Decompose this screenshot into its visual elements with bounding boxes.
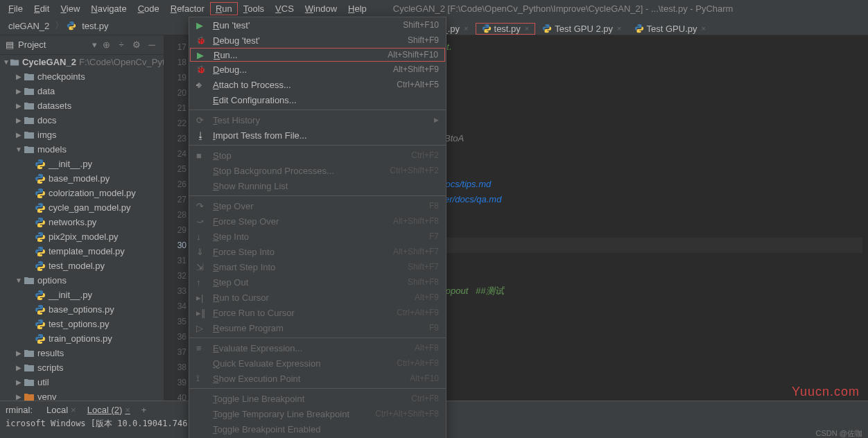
shortcut-label: Ctrl+Alt+F8 (397, 358, 439, 368)
tree-folder[interactable]: ▼options (0, 273, 164, 288)
tree-file[interactable]: base_model.py (0, 171, 164, 186)
menu-navigate[interactable]: Navigate (85, 2, 132, 15)
tree-folder[interactable]: ▶scripts (0, 360, 164, 375)
menu-item-debug[interactable]: 🐞Debug...Alt+Shift+F9 (189, 62, 446, 77)
menu-item-quick-evaluate-expression: Quick Evaluate ExpressionCtrl+Alt+F8 (189, 356, 446, 371)
chevron-right-icon: 〉 (55, 19, 64, 32)
tree-folder[interactable]: ▼models (0, 142, 164, 157)
menu-view[interactable]: View (55, 2, 85, 15)
attach-icon: ⎆ (196, 80, 207, 90)
tree-arrow-icon[interactable]: ▶ (14, 393, 24, 401)
menu-vcs[interactable]: VCS (270, 2, 300, 15)
tree-label: pix2pix_model.py (49, 231, 118, 242)
project-panel-header: ▤ Project ▾ ⊕ ÷ ⚙ ─ (0, 35, 164, 55)
tree-arrow-icon[interactable]: ▶ (14, 364, 24, 371)
tree-folder[interactable]: ▶imgs (0, 128, 164, 142)
target-icon[interactable]: ⊕ (100, 39, 112, 51)
tree-file[interactable]: __init__.py (0, 288, 164, 302)
python-icon (35, 231, 46, 243)
tree-arrow-icon[interactable]: ▶ (14, 102, 24, 110)
python-icon (35, 202, 46, 213)
tree-label: base_model.py (49, 173, 110, 184)
hide-icon[interactable]: ─ (146, 39, 158, 51)
breadcrumb-file[interactable]: test.py (79, 21, 111, 31)
tree-folder[interactable]: ▶data (0, 84, 164, 98)
python-icon (35, 188, 46, 199)
tree-folder[interactable]: ▶venv (0, 389, 164, 401)
terminal-title: rminal: (6, 405, 33, 415)
shortcut-label: Ctrl+F8 (411, 394, 439, 403)
close-icon[interactable]: × (701, 24, 705, 33)
tree-label: checkpoints (37, 71, 85, 82)
tree-label: venv (37, 392, 56, 401)
menu-item-debug-test[interactable]: 🐞Debug 'test'Shift+F9 (189, 33, 446, 48)
menu-item-force-step-into: ⇓Force Step IntoAlt+Shift+F7 (189, 244, 446, 259)
terminal-tab[interactable]: Local (2)× (82, 405, 136, 415)
editor-tab[interactable]: Test GPU 2.py× (537, 24, 627, 34)
menu-refactor[interactable]: Refactor (165, 2, 210, 15)
menu-label: Debug 'test' (213, 35, 408, 46)
collapse-icon[interactable]: ÷ (115, 39, 128, 51)
menu-label: Attach to Process... (213, 80, 397, 90)
project-root[interactable]: ▼ CycleGAN_2 F:\Code\OpenCv_Pytho (0, 55, 164, 69)
add-terminal-button[interactable]: + (141, 405, 147, 415)
folder-icon (24, 86, 35, 97)
tree-file[interactable]: pix2pix_model.py (0, 229, 164, 244)
tree-arrow-icon[interactable]: ▼ (14, 277, 24, 284)
close-icon[interactable]: × (525, 24, 529, 33)
breadcrumb-root[interactable]: cleGAN_2 (6, 21, 52, 31)
python-icon (35, 173, 46, 184)
python-icon (35, 304, 46, 315)
tree-file[interactable]: train_options.py (0, 331, 164, 346)
tree-label: scripts (37, 362, 64, 373)
tree-folder[interactable]: ▶util (0, 375, 164, 389)
tree-file[interactable]: test_model.py (0, 259, 164, 273)
menu-file[interactable]: File (3, 2, 28, 15)
terminal-tab[interactable]: Local× (41, 405, 82, 415)
menu-tools[interactable]: Tools (238, 2, 270, 15)
tree-arrow-icon[interactable]: ▶ (14, 116, 24, 124)
menu-item-attach-to-process[interactable]: ⎆Attach to Process...Ctrl+Alt+F5 (189, 77, 446, 92)
tree-arrow-icon[interactable]: ▶ (14, 378, 24, 386)
resume-icon: ▷ (196, 323, 207, 333)
tree-folder[interactable]: ▶checkpoints (0, 69, 164, 84)
tree-folder[interactable]: ▶datasets (0, 98, 164, 113)
shortcut-label: Alt+Shift+F9 (393, 64, 439, 74)
tree-file[interactable]: colorization_model.py (0, 186, 164, 200)
tree-arrow-icon[interactable]: ▼ (14, 146, 24, 153)
menu-run[interactable]: Run (210, 2, 238, 15)
shortcut-label: Alt+Shift+F8 (393, 216, 439, 226)
menu-help[interactable]: Help (342, 2, 372, 15)
bug-icon: 🐞 (196, 36, 207, 45)
menu-item-edit-configurations[interactable]: Edit Configurations... (189, 92, 446, 107)
menu-edit[interactable]: Edit (28, 2, 55, 15)
gear-icon[interactable]: ⚙ (130, 39, 143, 51)
project-tree[interactable]: ▼ CycleGAN_2 F:\Code\OpenCv_Pytho ▶check… (0, 55, 164, 401)
shortcut-label: Shift+F7 (408, 262, 439, 272)
menu-code[interactable]: Code (132, 2, 165, 15)
tree-file[interactable]: __init__.py (0, 157, 164, 171)
close-icon[interactable]: × (125, 405, 130, 415)
tree-file[interactable]: template_model.py (0, 244, 164, 259)
tree-file[interactable]: cycle_gan_model.py (0, 200, 164, 215)
tree-file[interactable]: networks.py (0, 215, 164, 229)
tree-folder[interactable]: ▶docs (0, 113, 164, 128)
tree-arrow-icon[interactable]: ▶ (14, 131, 24, 139)
close-icon[interactable]: × (617, 24, 621, 33)
close-icon[interactable]: × (71, 405, 76, 415)
tree-folder[interactable]: ▶results (0, 346, 164, 360)
menu-item-run[interactable]: ▶Run...Alt+Shift+F10 (190, 48, 445, 62)
tree-file[interactable]: base_options.py (0, 302, 164, 317)
tree-arrow-icon[interactable]: ▶ (14, 73, 24, 80)
menu-item-import-tests-from-file[interactable]: ⭳Import Tests from File... (189, 128, 446, 143)
tree-arrow-icon[interactable]: ▶ (14, 87, 24, 95)
folder-icon (24, 362, 35, 374)
close-icon[interactable]: × (464, 24, 468, 33)
editor-tab[interactable]: test.py× (476, 23, 536, 35)
editor-tab[interactable]: Test GPU.py× (629, 24, 711, 34)
tree-file[interactable]: test_options.py (0, 317, 164, 331)
tree-arrow-icon[interactable]: ▶ (14, 349, 24, 357)
menu-window[interactable]: Window (300, 2, 342, 15)
menu-item-run-test[interactable]: ▶Run 'test'Shift+F10 (189, 17, 446, 33)
folder-icon (24, 377, 35, 388)
